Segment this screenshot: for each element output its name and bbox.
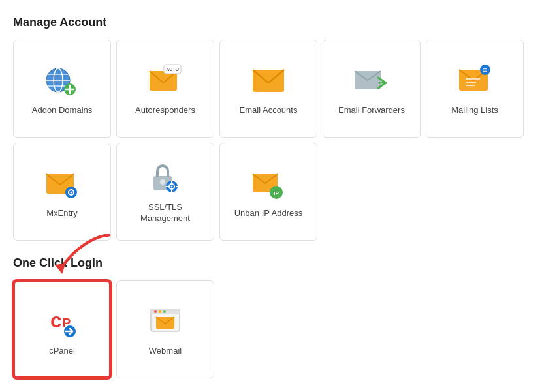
svg-text:IP: IP <box>274 190 279 196</box>
card-unban-ip[interactable]: IP Unban IP Address <box>219 143 317 241</box>
card-mxentry[interactable]: MxEntry <box>13 143 111 241</box>
one-click-login-grid: c P cPanel <box>13 280 546 378</box>
one-click-login-section: One Click Login c P cPanel <box>13 256 546 378</box>
svg-point-25 <box>71 191 72 193</box>
webmail-icon <box>147 303 184 339</box>
mailing-lists-icon <box>456 62 493 98</box>
svg-text:AUTO: AUTO <box>166 67 179 72</box>
card-webmail[interactable]: Webmail <box>116 280 214 378</box>
cpanel-icon: c P <box>44 303 80 339</box>
svg-point-44 <box>154 310 157 313</box>
svg-point-27 <box>160 179 165 185</box>
email-forwarders-label: Email Forwarders <box>338 105 405 116</box>
card-addon-domains[interactable]: Addon Domains <box>13 40 111 138</box>
card-ssl-tls[interactable]: SSL/TLS Management <box>116 143 214 241</box>
email-forwarders-icon <box>353 62 390 98</box>
manage-account-title: Manage Account <box>13 16 546 29</box>
mxentry-label: MxEntry <box>46 208 78 219</box>
ssl-tls-icon <box>147 159 184 196</box>
svg-point-30 <box>171 186 173 188</box>
addon-domains-icon <box>44 62 80 98</box>
manage-account-grid: Addon Domains AUTO Autoresponders Email … <box>13 40 546 241</box>
autoresponders-icon: AUTO <box>147 62 184 98</box>
card-cpanel[interactable]: c P cPanel <box>13 280 111 378</box>
cpanel-label: cPanel <box>49 346 75 357</box>
svg-point-46 <box>163 310 166 313</box>
ssl-tls-label: SSL/TLS Management <box>125 202 206 224</box>
mxentry-icon <box>44 165 80 202</box>
card-autoresponders[interactable]: AUTO Autoresponders <box>116 40 214 138</box>
addon-domains-label: Addon Domains <box>32 105 93 116</box>
card-email-accounts[interactable]: Email Accounts <box>219 40 317 138</box>
mailing-lists-label: Mailing Lists <box>451 105 498 116</box>
autoresponders-label: Autoresponders <box>135 105 195 116</box>
webmail-label: Webmail <box>149 346 182 357</box>
card-email-forwarders[interactable]: Email Forwarders <box>323 40 421 138</box>
svg-text:c: c <box>50 309 62 332</box>
card-mailing-lists[interactable]: Mailing Lists <box>426 40 524 138</box>
svg-point-45 <box>159 310 161 313</box>
one-click-login-title: One Click Login <box>13 256 546 270</box>
email-accounts-label: Email Accounts <box>240 105 298 116</box>
unban-ip-icon: IP <box>250 165 287 202</box>
email-accounts-icon <box>250 62 287 98</box>
unban-ip-label: Unban IP Address <box>234 208 303 219</box>
